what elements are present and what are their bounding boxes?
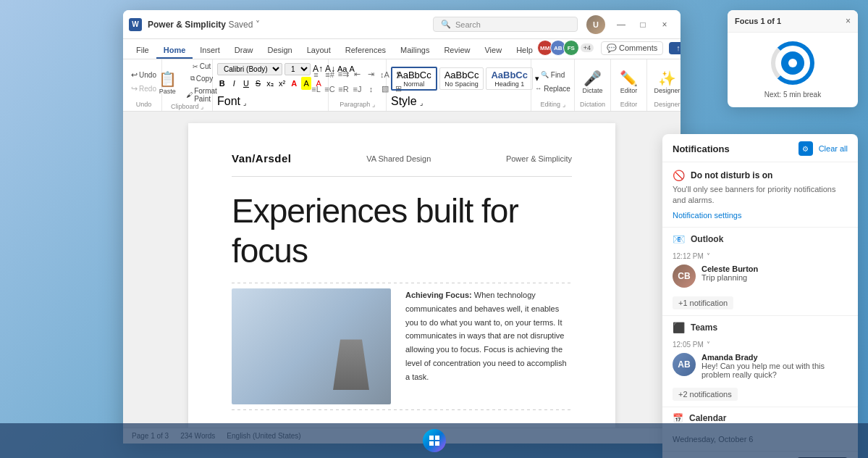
amanda-message: Hey! Can you help me out with this probl…: [701, 362, 848, 379]
tab-help[interactable]: Help: [509, 43, 540, 59]
document-page[interactable]: Van/Arsdel VA Shared Design Power & Simp…: [188, 123, 615, 428]
collab-avatar-3: FS: [563, 40, 579, 56]
tab-mailings[interactable]: Mailings: [393, 43, 437, 59]
teams-notif-text: Amanda Brady Hey! Can you help me out wi…: [701, 353, 848, 379]
editor-group-label: Editor: [620, 101, 638, 108]
tab-insert[interactable]: Insert: [193, 43, 227, 59]
calendar-icon: 📅: [673, 413, 683, 423]
comments-button[interactable]: 💬 Comments: [601, 41, 663, 55]
find-button[interactable]: 🔍 Find: [532, 70, 573, 80]
outlook-section: 📧 Outlook 12:12 PM ˅ CB Celeste Burton T…: [662, 228, 858, 316]
font-name-select[interactable]: Calibri (Body): [217, 63, 282, 75]
teams-section: ⬛ Teams 12:05 PM ˅ AB Amanda Brady Hey! …: [662, 316, 858, 407]
multilevel-list-button[interactable]: ≡⇉: [337, 68, 350, 81]
format-paint-icon: 🖌: [186, 91, 193, 99]
outlook-plus-notification[interactable]: +1 notification: [673, 296, 733, 309]
clear-all-button[interactable]: Clear all: [819, 144, 848, 153]
replace-label: Replace: [544, 85, 570, 93]
align-center-button[interactable]: ≡C: [324, 83, 337, 96]
superscript-button[interactable]: x²: [277, 77, 287, 90]
body-text: When technology communicates and behaves…: [405, 291, 567, 380]
italic-button[interactable]: I: [229, 77, 240, 90]
svg-rect-2: [429, 441, 434, 446]
tab-file[interactable]: File: [129, 43, 156, 59]
tab-layout[interactable]: Layout: [300, 43, 338, 59]
designer-button[interactable]: ✨ Designer: [651, 62, 681, 101]
bullets-button[interactable]: ≡: [310, 68, 323, 81]
tab-view[interactable]: View: [477, 43, 509, 59]
minimize-button[interactable]: —: [611, 14, 631, 35]
style-normal[interactable]: AaBbCc Normal: [391, 67, 437, 91]
increase-indent-button[interactable]: ⇥: [365, 68, 378, 81]
paste-icon: 📋: [159, 70, 177, 88]
editing-group: 🔍 Find ↔ Replace Editing ⌟: [531, 59, 575, 111]
line-spacing-button[interactable]: ↕: [365, 83, 378, 96]
close-button[interactable]: ×: [654, 14, 675, 35]
copy-icon: ⧉: [190, 75, 195, 83]
calendar-name: Calendar: [689, 413, 726, 423]
dictate-button[interactable]: 🎤 Dictate: [579, 62, 605, 101]
start-button[interactable]: [423, 429, 446, 452]
font-size-select[interactable]: 11: [285, 63, 311, 75]
svg-rect-0: [429, 436, 434, 440]
numbering-button[interactable]: ≡#: [324, 68, 337, 81]
clipboard-group: 📋 Paste ✂ Cut ⧉ Copy 🖌 Format Paint: [162, 59, 213, 111]
subscript-button[interactable]: x₂: [265, 77, 275, 90]
more-collaborators: +4: [581, 43, 594, 52]
find-label: Find: [551, 71, 565, 79]
tab-draw[interactable]: Draw: [227, 43, 261, 59]
font-color-button[interactable]: A: [289, 77, 299, 90]
bold-button[interactable]: B: [217, 77, 227, 90]
dictate-label: Dictate: [582, 87, 602, 94]
document-area: Van/Arsdel VA Shared Design Power & Simp…: [123, 112, 681, 428]
designer-label: Designer: [654, 87, 680, 94]
designer-group-label: Designer: [654, 101, 680, 108]
replace-button[interactable]: ↔ Replace: [532, 83, 573, 94]
dictate-icon: 🎤: [583, 70, 602, 87]
doc-right-header: Power & Simplicity: [506, 154, 572, 163]
decrease-indent-button[interactable]: ⇤: [351, 68, 364, 81]
designer-group: ✨ Designer Designer: [647, 59, 681, 111]
focus-widget-close[interactable]: ×: [846, 16, 851, 26]
notification-settings-icon[interactable]: ⚙: [799, 141, 813, 156]
style-no-spacing[interactable]: AaBbCc No Spacing: [439, 67, 484, 90]
tab-review[interactable]: Review: [437, 43, 477, 59]
share-button[interactable]: ↑ Share ˅: [669, 42, 681, 54]
notification-settings-link[interactable]: Notification settings: [673, 211, 848, 220]
dnd-description: You'll only see banners for priority not…: [673, 184, 848, 207]
paragraph-group: ≡ ≡# ≡⇉ ⇤ ⇥ ↕A ¶ ≡L ≡C ≡R ≡J ↕ ▧ ⊞: [329, 59, 387, 111]
document-body-text: Achieving Focus: When technology communi…: [405, 288, 572, 404]
dnd-section: 🚫 Do not disturb is on You'll only see b…: [662, 162, 858, 228]
ribbon-tabs: File Home Insert Draw Design Layout Refe…: [123, 39, 681, 59]
align-right-button[interactable]: ≡R: [337, 83, 350, 96]
style-heading1[interactable]: AaBbCc Heading 1: [486, 67, 533, 90]
notifications-header-right: ⚙ Clear all: [799, 141, 848, 156]
document-header: Van/Arsdel VA Shared Design Power & Simp…: [232, 152, 572, 177]
document-image: [232, 288, 391, 404]
tab-references[interactable]: References: [338, 43, 393, 59]
tab-design[interactable]: Design: [260, 43, 299, 59]
styles-group: AaBbCc Normal AaBbCc No Spacing AaBbCc H…: [387, 59, 531, 111]
editor-button[interactable]: ✏️ Editor: [616, 62, 642, 101]
redo-button[interactable]: ↪ Redo: [128, 83, 159, 95]
editor-label: Editor: [620, 87, 638, 94]
focus-widget-title: Focus 1 of 1: [735, 17, 781, 25]
ribbon-right-actions: MM AB FS +4 💬 Comments ↑ Share ˅: [540, 40, 681, 59]
editor-icon: ✏️: [620, 70, 638, 87]
paste-label: Paste: [159, 88, 176, 95]
dictation-group: 🎤 Dictate Dictation: [575, 59, 611, 111]
outlook-notif-content: CB Celeste Burton Trip planning: [673, 265, 848, 288]
amanda-name: Amanda Brady: [701, 353, 848, 362]
teams-plus-notification[interactable]: +2 notifications: [673, 388, 738, 401]
word-window: W Power & Simplicity Saved ˅ 🔍 Search U …: [123, 10, 681, 444]
celeste-avatar: CB: [673, 265, 696, 288]
comments-icon: 💬: [607, 43, 617, 53]
align-left-button[interactable]: ≡L: [310, 83, 323, 96]
underline-button[interactable]: U: [241, 77, 251, 90]
strikethrough-button[interactable]: S: [253, 77, 264, 90]
tab-home[interactable]: Home: [156, 43, 193, 59]
search-box[interactable]: 🔍 Search: [433, 17, 578, 32]
maximize-button[interactable]: □: [633, 14, 653, 35]
doc-brand: Van/Arsdel: [232, 152, 292, 165]
justify-button[interactable]: ≡J: [351, 83, 364, 96]
